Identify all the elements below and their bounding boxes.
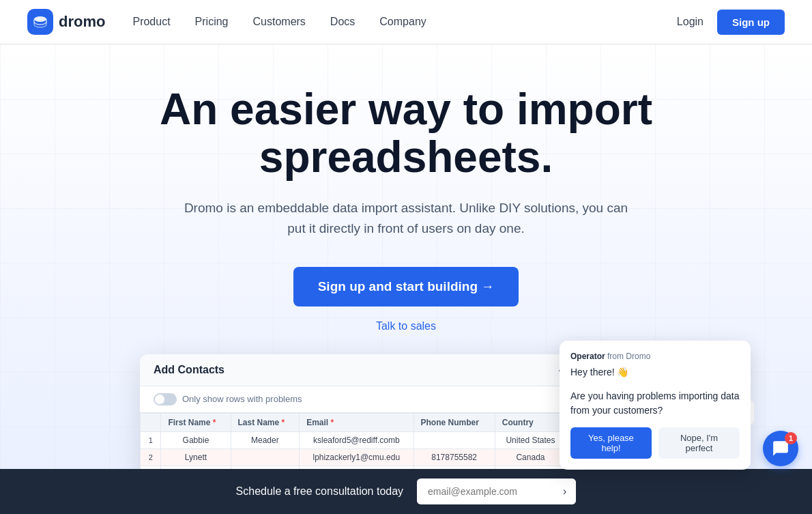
nav-company[interactable]: Company <box>379 16 426 28</box>
logo[interactable]: dromo <box>27 9 105 35</box>
hero-subtext: Dromo is an embeddable data import assis… <box>174 198 638 240</box>
chat-operator: Operator from Dromo <box>570 352 740 361</box>
navbar: dromo Product Pricing Customers Docs Com… <box>0 0 812 44</box>
hero-headline: An easier way to import spreadsheets. <box>133 85 679 182</box>
logo-icon <box>27 9 53 35</box>
toggle-label: Only show rows with problems <box>182 394 302 404</box>
chat-yes-button[interactable]: Yes, please help! <box>570 427 652 459</box>
nav-right: Login Sign up <box>677 10 785 35</box>
nav-customers[interactable]: Customers <box>253 16 306 28</box>
toggle-switch[interactable] <box>154 393 177 405</box>
col-rownum <box>141 413 161 431</box>
chat-launcher[interactable]: 1 <box>763 431 798 466</box>
bottom-bar: Schedule a free consultation today › <box>0 469 812 514</box>
chat-message: Are you having problems importing data f… <box>570 389 740 418</box>
bottom-bar-email-input[interactable] <box>417 479 553 504</box>
chat-no-button[interactable]: Nope, I'm perfect <box>658 427 740 459</box>
login-button[interactable]: Login <box>677 16 704 28</box>
col-phone: Phone Number <box>414 413 495 431</box>
col-lastname: Last Name * <box>231 413 300 431</box>
col-firstname: First Name * <box>161 413 231 431</box>
svg-point-0 <box>34 16 46 22</box>
chat-popup: Operator from Dromo Hey there! 👋 Are you… <box>560 341 751 470</box>
cta-secondary-link[interactable]: Talk to sales <box>27 320 785 332</box>
chat-buttons: Yes, please help! Nope, I'm perfect <box>570 427 740 459</box>
chat-badge: 1 <box>785 432 797 444</box>
nav-product[interactable]: Product <box>132 16 170 28</box>
logo-text: dromo <box>59 13 105 31</box>
col-country: Country <box>495 413 566 431</box>
nav-docs[interactable]: Docs <box>330 16 355 28</box>
signup-button[interactable]: Sign up <box>717 10 785 35</box>
nav-pricing[interactable]: Pricing <box>195 16 229 28</box>
bottom-bar-text: Schedule a free consultation today <box>236 485 404 498</box>
col-email: Email * <box>300 413 414 431</box>
nav-links: Product Pricing Customers Docs Company <box>132 16 676 28</box>
sp-title: Add Contacts <box>154 364 224 376</box>
cta-primary-button[interactable]: Sign up and start building → <box>293 267 519 306</box>
chat-greeting: Hey there! 👋 <box>570 365 740 380</box>
bottom-bar-submit[interactable]: › <box>553 479 576 504</box>
bottom-bar-input-group: › <box>417 479 576 504</box>
